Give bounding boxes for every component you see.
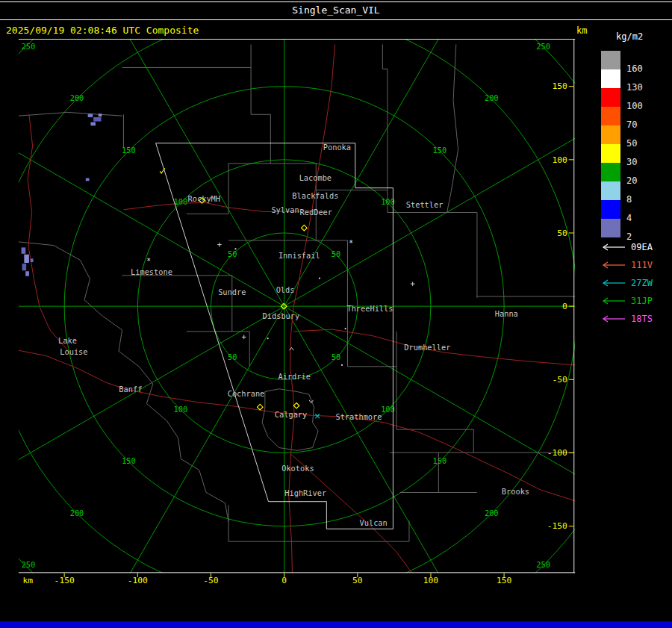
place-label: Brooks — [502, 487, 529, 496]
precip-echo — [25, 271, 29, 276]
place-label: Cochrane — [228, 389, 265, 398]
precip-echo — [88, 114, 93, 117]
ring-label: 200 — [70, 509, 84, 517]
legend-unit-label: kg/m2 — [616, 31, 643, 42]
radar-site-item[interactable]: 27ZW — [597, 276, 671, 291]
bottom-axis-tick-label: 50 — [352, 576, 363, 585]
timestamp-label: 2025/09/19 02:08:46 UTC Composite — [6, 25, 199, 36]
place-label: Airdrie — [279, 372, 311, 381]
ring-label: 50 — [332, 352, 340, 361]
legend-value-label: 70 — [626, 119, 664, 130]
place-label: Sundre — [218, 287, 246, 296]
place-label: Limestone — [131, 267, 172, 276]
map-content: 5010015020025050100150200250501001502002… — [0, 39, 594, 621]
radial-line — [88, 306, 284, 621]
radar-site-id-label: 31JP — [631, 296, 653, 306]
right-axis-tick-label: -150 — [547, 521, 567, 531]
city-diamond-marker — [302, 225, 308, 231]
ring-label: 200 — [485, 93, 499, 102]
place-label: Calgary — [275, 410, 307, 419]
county-boundary — [251, 45, 270, 164]
ring-label: 100 — [174, 197, 188, 206]
radar-pointer-arrow-icon — [598, 279, 628, 287]
ring-label: 250 — [536, 560, 550, 569]
ring-label: 250 — [22, 42, 36, 51]
bottom-status-bar — [0, 621, 672, 628]
ring-label: 250 — [22, 560, 36, 569]
ring-label: 100 — [174, 405, 188, 414]
legend-value-label: 8 — [626, 194, 664, 205]
ring-label: 50 — [228, 249, 237, 258]
ring-label: 250 — [536, 42, 550, 51]
legend-value-label: 4 — [626, 213, 664, 223]
right-axis-unit-label: km — [576, 25, 587, 36]
legend-value-label: 160 — [626, 63, 664, 74]
county-boundary — [19, 112, 122, 116]
place-label: RockyMH — [188, 194, 220, 203]
window-title: Single_Scan_VIL — [0, 4, 672, 16]
right-axis-tick-label: -50 — [553, 375, 568, 385]
radar-pointer-arrow-icon — [598, 296, 628, 305]
city-diamond-marker — [293, 403, 299, 409]
legend-value-label: 100 — [626, 101, 664, 111]
right-axis-tick-label: 100 — [553, 155, 568, 165]
titlebar-top-rule — [0, 1, 672, 2]
bottom-axis-tick-label: 150 — [497, 576, 512, 585]
bottom-axis-tick-label: 100 — [423, 576, 439, 585]
radar-site-item[interactable]: 09EA — [597, 240, 671, 255]
place-label: Banff — [119, 385, 142, 394]
radar-site-id-label: 111V — [631, 260, 653, 270]
place-label: Olds — [276, 285, 295, 294]
ring-label: 200 — [485, 509, 499, 517]
radar-site-item[interactable]: 111V — [597, 258, 671, 273]
place-label: Stettler — [406, 200, 444, 209]
titlebar-bottom-rule — [0, 19, 672, 20]
radial-line — [88, 39, 284, 306]
legend-color-box — [601, 163, 620, 181]
ring-label: 50 — [228, 352, 237, 361]
ring-label: 150 — [433, 146, 447, 155]
right-axis-tick-label: 150 — [553, 81, 568, 91]
precip-echo — [22, 247, 26, 253]
highway-line — [28, 246, 68, 351]
place-label: Drumheller — [404, 343, 450, 352]
dot-marker — [345, 328, 346, 329]
legend-value-label: 20 — [626, 175, 664, 186]
place-label: Okotoks — [281, 464, 314, 473]
legend-color-box — [601, 181, 620, 200]
right-axis-tick-label: -100 — [547, 448, 567, 458]
radar-site-item[interactable]: 18TS — [597, 312, 671, 327]
star-marker: * — [146, 256, 151, 265]
county-boundary — [447, 45, 458, 213]
city-diamond-marker — [258, 404, 264, 410]
legend-value-label: 30 — [626, 157, 664, 167]
county-boundary — [80, 260, 228, 522]
place-label: Louise — [60, 347, 87, 356]
legend-color-box — [601, 125, 620, 144]
bottom-axis-unit-label: km — [22, 576, 33, 585]
precip-echo — [24, 255, 29, 263]
bottom-axis-tick-label: 0 — [281, 576, 287, 585]
place-label: Sylvan — [271, 205, 299, 214]
dot-marker — [319, 278, 320, 279]
legend-value-label: 130 — [626, 82, 664, 93]
radar-site-item[interactable]: 31JP — [597, 294, 671, 309]
ring-label: 50 — [332, 249, 340, 258]
dot-marker — [235, 248, 237, 249]
place-label: Lacombe — [299, 173, 332, 182]
radar-pointer-arrow-icon — [598, 314, 628, 323]
place-label: Didsbury — [263, 311, 300, 320]
legend-color-box — [601, 219, 620, 237]
legend-color-box — [601, 107, 620, 125]
radar-site-id-label: 18TS — [631, 314, 653, 324]
legend-color-box — [601, 88, 620, 107]
highway-line — [28, 114, 33, 246]
bottom-axis-tick-label: -50 — [203, 576, 219, 585]
ring-label: 200 — [70, 93, 84, 102]
caret-marker — [290, 347, 294, 350]
dot-marker — [267, 338, 269, 339]
ring-label: 150 — [433, 456, 447, 465]
right-axis-tick-label: 0 — [562, 302, 567, 311]
radar-map[interactable]: 5010015020025050100150200250501001502002… — [0, 39, 594, 621]
right-axis-tick-label: 50 — [557, 228, 567, 238]
